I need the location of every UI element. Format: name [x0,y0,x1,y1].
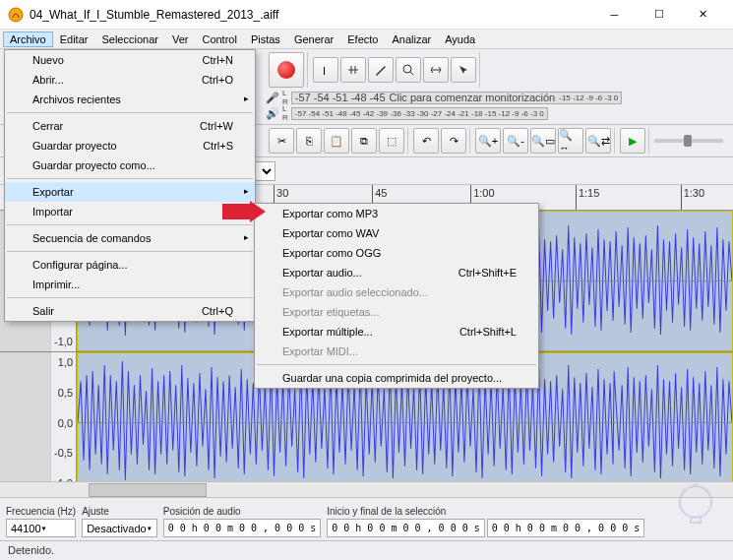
menu-secuencia[interactable]: Secuencia de comandos [5,228,255,248]
menu-salir[interactable]: SalirCtrl+Q [5,301,255,321]
zoom-out-button[interactable]: 🔍- [503,128,528,154]
status-text: Detenido. [0,540,733,560]
envelope-tool-button[interactable] [340,57,366,83]
audio-position-field[interactable]: 0 0 h 0 0 m 0 0 , 0 0 0 s [163,519,322,537]
watermark-bulb-icon [666,477,725,536]
export-selected: Exportar audio seleccionado... [255,282,538,302]
window-title: 04_What_If_I_Stumble_Remastered_2013_.ai… [30,8,592,22]
draw-tool-button[interactable] [368,57,394,83]
menu-editar[interactable]: Editar [53,31,95,47]
svg-point-0 [9,8,23,22]
export-submenu: Exportar como MP3 Exportar como WAV Expo… [254,203,539,389]
maximize-button[interactable]: ☐ [637,0,681,29]
app-icon [8,7,24,23]
redo-button[interactable]: ↷ [441,128,466,154]
close-button[interactable]: ✕ [681,0,725,29]
export-labels: Exportar etiquetas... [255,302,538,322]
menu-archivo[interactable]: Archivo [3,31,53,47]
trim-button[interactable]: ⧉ [351,128,377,154]
menu-guardar-como[interactable]: Guardar proyecto como... [5,156,255,175]
selection-start-field[interactable]: 0 0 h 0 0 m 0 0 , 0 0 0 s [327,519,485,537]
export-compressed-copy[interactable]: Guardar una copia comprimida del proyect… [255,368,538,388]
export-ogg[interactable]: Exportar como OGG [255,243,538,263]
menu-ver[interactable]: Ver [165,31,196,47]
menu-cerrar[interactable]: CerrarCtrl+W [5,116,255,136]
play-speed-slider[interactable] [654,139,723,143]
track-control-panel-2[interactable]: 1,00,50,0-0,5-1,0 [0,352,77,493]
minimize-button[interactable]: ─ [592,0,637,29]
window-titlebar: 04_What_If_I_Stumble_Remastered_2013_.ai… [0,0,733,30]
zoom-in-button[interactable]: 🔍+ [475,128,501,154]
status-area: Frecuencia (Hz) 44100 ▾ Ajuste Desactiva… [0,481,733,560]
snap-label: Ajuste [82,506,157,517]
menu-exportar[interactable]: Exportar [5,182,255,202]
snap-field[interactable]: Desactivado ▾ [82,519,157,537]
speaker-icon: 🔊 [266,107,279,120]
selection-end-field[interactable]: 0 0 h 0 0 m 0 0 , 0 0 0 s [487,519,645,537]
file-menu-dropdown: NuevoCtrl+N Abrir...Ctrl+O Archivos reci… [4,49,256,322]
play-region-button[interactable]: ▶ [620,128,645,154]
paste-button[interactable]: 📋 [324,128,349,154]
menu-guardar[interactable]: Guardar proyectoCtrl+S [5,136,255,156]
selection-tool-button[interactable]: I [313,57,338,83]
menu-generar[interactable]: Generar [287,31,340,47]
selection-bar: Frecuencia (Hz) 44100 ▾ Ajuste Desactiva… [0,497,733,540]
undo-button[interactable]: ↶ [413,128,439,154]
audio-position-label: Posición de audio [163,506,322,517]
export-midi: Exportar MIDI... [255,342,538,361]
cut-button[interactable]: ✂ [269,128,294,154]
zoom-tool-button[interactable] [396,57,421,83]
export-wav[interactable]: Exportar como WAV [255,223,538,243]
menu-efecto[interactable]: Efecto [340,31,385,47]
menu-nuevo[interactable]: NuevoCtrl+N [5,50,255,70]
menu-control[interactable]: Control [195,31,243,47]
mic-icon: 🎤 [266,92,279,104]
horizontal-scrollbar[interactable] [0,481,733,497]
menu-config-pagina[interactable]: Configurar página... [5,255,255,275]
svg-point-2 [403,65,411,73]
export-multiple[interactable]: Exportar múltiple...Ctrl+Shift+L [255,322,538,342]
menu-seleccionar[interactable]: Seleccionar [94,31,164,47]
callout-arrow-icon [222,201,266,222]
menu-imprimir[interactable]: Imprimir... [5,275,255,294]
zoom-fit-button[interactable]: 🔍↔ [558,128,583,154]
freq-label: Frecuencia (Hz) [6,506,76,517]
menu-importar[interactable]: Importar [5,202,255,221]
zoom-sel-button[interactable]: 🔍▭ [530,128,556,154]
timeshift-tool-button[interactable] [423,57,449,83]
project-rate-field[interactable]: 44100 ▾ [6,519,76,537]
zoom-toggle-button[interactable]: 🔍⇄ [585,128,611,154]
export-audio[interactable]: Exportar audio...Ctrl+Shift+E [255,263,538,282]
menu-pistas[interactable]: Pistas [244,31,287,47]
record-meter[interactable]: 🎤LR -57 -54 -51 -48 -45 Clic para comenz… [266,90,622,121]
menu-abrir[interactable]: Abrir...Ctrl+O [5,70,255,90]
menu-ayuda[interactable]: Ayuda [438,31,482,47]
selection-label: Inicio y final de la selección [327,506,644,517]
copy-button[interactable]: ⎘ [296,128,322,154]
silence-button[interactable]: ⬚ [379,128,404,154]
export-mp3[interactable]: Exportar como MP3 [255,204,538,223]
menu-analizar[interactable]: Analizar [385,31,438,47]
record-button[interactable] [269,52,304,88]
menubar: Archivo Editar Seleccionar Ver Control P… [0,30,733,49]
svg-text:I: I [323,65,326,77]
multi-tool-button[interactable] [451,57,476,83]
menu-recientes[interactable]: Archivos recientes [5,90,255,109]
